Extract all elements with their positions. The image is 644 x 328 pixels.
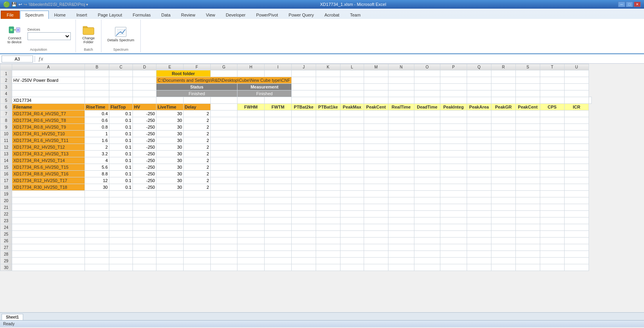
cell-11-j[interactable] (291, 137, 316, 144)
table-row[interactable]: 26 (0, 238, 592, 244)
minimize-button[interactable]: ─ (618, 2, 625, 7)
cell-21-16[interactable] (467, 204, 491, 211)
cell-18-a[interactable]: XD17734_R30_HV250_T18 (12, 184, 85, 191)
cell-27-8[interactable] (265, 244, 292, 251)
cell-23-15[interactable] (440, 217, 467, 224)
cell-21-12[interactable] (364, 204, 388, 211)
cell-29-17[interactable] (491, 258, 515, 264)
table-row[interactable]: 24 (0, 224, 592, 231)
cell-14-r[interactable] (491, 157, 515, 164)
cell-19-15[interactable] (440, 191, 467, 197)
cell-8-r[interactable] (491, 117, 515, 124)
cell-13-n[interactable] (388, 151, 414, 157)
cell-4-extra-6[interactable] (440, 90, 467, 97)
cell-29-14[interactable] (414, 258, 440, 264)
cell-13-h[interactable] (237, 151, 265, 157)
cell-7-g[interactable] (210, 111, 237, 117)
cell-5-extra-18[interactable] (540, 97, 564, 104)
cell-6-col16[interactable]: PeakArea (467, 104, 491, 111)
cell-26-4[interactable] (156, 238, 184, 244)
cell-13-j[interactable] (291, 151, 316, 157)
cell-12-u[interactable] (564, 144, 589, 151)
cell-3-extra-6[interactable] (440, 84, 467, 90)
cell-9-r[interactable] (491, 124, 515, 131)
cell-28-9[interactable] (291, 251, 316, 258)
cell-30-2[interactable] (109, 264, 133, 271)
cell-27-13[interactable] (388, 244, 414, 251)
cell-24-10[interactable] (316, 224, 340, 231)
cell-26-18[interactable] (515, 238, 540, 244)
col-header-u[interactable]: U (564, 64, 589, 70)
cell-25-14[interactable] (414, 231, 440, 238)
cell-24-12[interactable] (364, 224, 388, 231)
cell-4-a[interactable] (12, 90, 85, 97)
cell-29-11[interactable] (340, 258, 364, 264)
cell-16-q[interactable] (467, 171, 491, 177)
cell-26-19[interactable] (540, 238, 564, 244)
cell-4-d[interactable] (133, 90, 156, 97)
cell-2-extra-9[interactable] (515, 77, 540, 84)
cell-10-b[interactable]: 1 (85, 131, 109, 137)
tab-team[interactable]: Team (345, 11, 366, 19)
cell-4-extra-11[interactable] (564, 90, 589, 97)
cell-26-20[interactable] (564, 238, 589, 244)
cell-11-k[interactable] (316, 137, 340, 144)
col-header-q[interactable]: Q (467, 64, 491, 70)
cell-22-11[interactable] (340, 211, 364, 217)
cell-23-19[interactable] (540, 217, 564, 224)
cell-23-16[interactable] (467, 217, 491, 224)
cell-23-17[interactable] (491, 217, 515, 224)
cell-30-13[interactable] (388, 264, 414, 271)
cell-17-i[interactable] (265, 177, 292, 184)
cell-21-7[interactable] (237, 204, 265, 211)
cell-24-20[interactable] (564, 224, 589, 231)
cell-6-col9[interactable]: PTBat2ke (291, 104, 316, 111)
cell-14-h[interactable] (237, 157, 265, 164)
cell-1-extra-7[interactable] (388, 70, 414, 77)
cell-4-finished2[interactable]: Finished (237, 90, 292, 97)
cell-25-16[interactable] (467, 231, 491, 238)
cell-12-k[interactable] (316, 144, 340, 151)
connect-to-device-button[interactable]: Connectto device (5, 22, 24, 45)
cell-17-q[interactable] (467, 177, 491, 184)
cell-5-extra-15[interactable] (467, 97, 491, 104)
cell-9-d[interactable]: -250 (133, 124, 156, 131)
cell-2-extra-7[interactable] (467, 77, 491, 84)
cell-14-c[interactable]: 0.1 (109, 157, 133, 164)
redo-icon[interactable]: ↪ (24, 2, 27, 7)
cell-2-b[interactable] (85, 77, 109, 84)
cell-27-16[interactable] (467, 244, 491, 251)
table-row[interactable]: 3StatusMeasurement (0, 84, 592, 90)
cell-7-r[interactable] (491, 111, 515, 117)
cell-23-10[interactable] (316, 217, 340, 224)
cell-7-m[interactable] (364, 111, 388, 117)
cell-3-extra-7[interactable] (467, 84, 491, 90)
cell-11-r[interactable] (491, 137, 515, 144)
cell-15-n[interactable] (388, 164, 414, 171)
cell-21-9[interactable] (291, 204, 316, 211)
cell-3-extra-11[interactable] (564, 84, 589, 90)
cell-15-i[interactable] (265, 164, 292, 171)
cell-5-extra-14[interactable] (440, 97, 467, 104)
cell-17-h[interactable] (237, 177, 265, 184)
cell-15-f[interactable]: 2 (183, 164, 210, 171)
cell-16-s[interactable] (515, 171, 540, 177)
cell-30-11[interactable] (340, 264, 364, 271)
cell-11-a[interactable]: XD17734_R1.6_HV250_T11 (12, 137, 85, 144)
cell-12-o[interactable] (414, 144, 440, 151)
cell-1-extra-11[interactable] (491, 70, 515, 77)
cell-21-6[interactable] (210, 204, 237, 211)
cell-2-extra-0[interactable] (291, 77, 316, 84)
cell-15-t[interactable] (540, 164, 564, 171)
col-header-c[interactable]: C (109, 64, 133, 70)
cell-6-col0[interactable]: Filename (12, 104, 85, 111)
cell-25-7[interactable] (237, 231, 265, 238)
cell-24-11[interactable] (340, 224, 364, 231)
cell-26-17[interactable] (491, 238, 515, 244)
cell-6-col2[interactable]: FlatTop (109, 104, 133, 111)
col-header-i[interactable]: I (265, 64, 292, 70)
cell-24-9[interactable] (291, 224, 316, 231)
cell-9-i[interactable] (265, 124, 292, 131)
cell-9-u[interactable] (564, 124, 589, 131)
cell-11-l[interactable] (340, 137, 364, 144)
